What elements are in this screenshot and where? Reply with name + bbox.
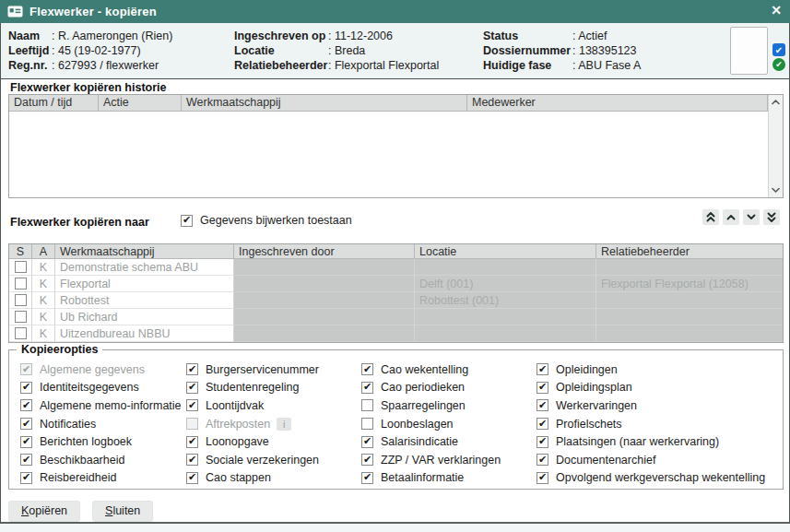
checkbox[interactable] <box>536 472 548 484</box>
copy-button[interactable]: Kopiëren <box>8 501 80 522</box>
checkbox[interactable] <box>20 418 32 430</box>
option-notificaties[interactable]: Notificaties <box>20 415 182 433</box>
copy-history-table: Datum / tijd Actie Werkmaatschappij Mede… <box>8 94 784 198</box>
table-row-ub-richard[interactable]: K Ub Richard <box>9 309 783 325</box>
checkbox[interactable] <box>536 382 548 394</box>
option-label: Cao stappen <box>206 471 271 484</box>
option-opleidingsplan[interactable]: Opleidingsplan <box>536 379 765 397</box>
select-checkbox[interactable] <box>15 294 27 306</box>
checkbox[interactable] <box>361 382 373 394</box>
field-value: Actief <box>572 30 607 42</box>
option-label: Opleidingsplan <box>556 381 632 394</box>
checkbox[interactable] <box>186 472 198 484</box>
column-header-actie[interactable]: Actie <box>99 95 182 112</box>
field-label: Leeftijd <box>8 44 52 57</box>
checkbox[interactable] <box>186 382 198 394</box>
checkbox[interactable] <box>186 363 198 375</box>
titlebar: Flexwerker - kopiëren ✕ <box>0 0 790 23</box>
option-spaarregelingen[interactable]: Spaarregelingen <box>361 396 501 415</box>
move-bottom-button[interactable] <box>763 209 780 225</box>
option-salarisindicatie[interactable]: Salarisindicatie <box>361 432 501 451</box>
option-identiteitsgegevens[interactable]: Identiteitsgegevens <box>20 379 182 397</box>
option-loontijdvak[interactable]: Loontijdvak <box>186 396 319 415</box>
checkbox[interactable] <box>361 363 373 375</box>
column-header-werkmaatschappij[interactable]: Werkmaatschappij <box>182 95 467 112</box>
checkbox[interactable] <box>20 454 32 466</box>
move-top-button[interactable] <box>702 209 719 225</box>
checkbox[interactable] <box>361 399 373 411</box>
table-row-robottest[interactable]: K Robottest Robottest (001) <box>9 292 783 309</box>
select-checkbox[interactable] <box>15 278 27 290</box>
option-plaatsingen[interactable]: Plaatsingen (naar werkervaring) <box>536 432 765 451</box>
option-loonopgave[interactable]: Loonopgave <box>186 432 319 451</box>
option-documentenarchief[interactable]: Documentenarchief <box>536 451 765 469</box>
checkbox[interactable] <box>20 472 32 484</box>
copy-history-header-row: Datum / tijd Actie Werkmaatschappij Mede… <box>9 95 783 112</box>
info-icon[interactable]: i <box>277 418 291 431</box>
allow-update-option[interactable]: Gegevens bijwerken toestaan <box>181 214 352 227</box>
option-profielschets[interactable]: Profielschets <box>536 415 765 433</box>
column-header-relatiebeheerder[interactable]: Relatiebeheerder <box>596 244 783 259</box>
checkbox[interactable] <box>361 472 373 484</box>
option-label: Cao wekentelling <box>381 363 468 376</box>
option-cao-wekentelling[interactable]: Cao wekentelling <box>361 361 501 379</box>
checkbox[interactable] <box>20 399 32 411</box>
checkbox[interactable] <box>536 454 548 466</box>
history-scrollbar[interactable] <box>768 95 783 197</box>
move-up-button[interactable] <box>723 209 739 225</box>
checkbox[interactable] <box>186 436 198 448</box>
column-header-locatie[interactable]: Locatie <box>415 244 596 259</box>
option-aftrekposten[interactable]: Aftrekposteni <box>186 415 319 433</box>
table-row-flexportal[interactable]: K Flexportal Delft (001) Flexportal Flex… <box>9 276 783 292</box>
option-beschikbaarheid[interactable]: Beschikbaarheid <box>20 451 182 469</box>
checkbox[interactable] <box>361 418 373 430</box>
close-button[interactable]: Sluiten <box>92 501 153 522</box>
option-studentenregeling[interactable]: Studentenregeling <box>186 379 319 397</box>
option-opvolgend-werkgeverschap[interactable]: Opvolgend werkgeverschap wekentelling <box>536 469 765 488</box>
flexworker-copy-dialog: Flexwerker - kopiëren ✕ NaamR. Aameronge… <box>0 0 790 524</box>
checkbox[interactable] <box>20 363 32 375</box>
move-down-button[interactable] <box>743 209 760 225</box>
select-checkbox[interactable] <box>15 311 27 323</box>
checkbox[interactable] <box>186 399 198 411</box>
option-algemene-memo-informatie[interactable]: Algemene memo-informatie <box>20 396 182 415</box>
checkbox[interactable] <box>536 436 548 448</box>
option-sociale-verzekeringen[interactable]: Sociale verzekeringen <box>186 451 319 469</box>
checkbox[interactable] <box>536 399 548 411</box>
checkbox[interactable] <box>536 418 548 430</box>
select-checkbox[interactable] <box>15 327 27 339</box>
close-icon[interactable]: ✕ <box>771 3 782 18</box>
checkbox[interactable] <box>20 382 32 394</box>
checkbox[interactable] <box>361 436 373 448</box>
option-opleidingen[interactable]: Opleidingen <box>536 361 765 379</box>
option-algemene-gegevens[interactable]: Algemene gegevens <box>20 361 182 379</box>
column-header-ingeschreven-door[interactable]: Ingeschreven door <box>234 244 415 259</box>
option-burgerservicenummer[interactable]: Burgerservicenummer <box>186 361 319 379</box>
option-betaalinformatie[interactable]: Betaalinformatie <box>361 469 501 488</box>
allow-update-checkbox[interactable] <box>181 215 193 227</box>
a-cell: K <box>32 292 55 309</box>
option-werkervaringen[interactable]: Werkervaringen <box>536 396 765 415</box>
select-checkbox[interactable] <box>15 261 27 273</box>
column-header-a[interactable]: A <box>32 244 55 259</box>
checkbox[interactable] <box>186 454 198 466</box>
table-row-uitzendbureau-nbbu[interactable]: K Uitzendbureau NBBU <box>9 325 783 342</box>
checkbox[interactable] <box>361 454 373 466</box>
option-loonbeslagen[interactable]: Loonbeslagen <box>361 415 501 433</box>
option-reisbereidheid[interactable]: Reisbereidheid <box>20 469 182 488</box>
option-cao-periodieken[interactable]: Cao periodieken <box>361 379 501 397</box>
option-cao-stappen[interactable]: Cao stappen <box>186 469 319 488</box>
column-header-werkmaatschappij[interactable]: Werkmaatschappij <box>55 244 234 259</box>
scroll-up-arrow-icon[interactable] <box>769 95 783 110</box>
a-cell: K <box>32 276 55 292</box>
checkbox[interactable] <box>20 436 32 448</box>
option-zzp-var-verklaringen[interactable]: ZZP / VAR verklaringen <box>361 451 501 469</box>
column-header-s[interactable]: S <box>9 244 32 259</box>
checkbox[interactable] <box>186 418 198 430</box>
column-header-datum-tijd[interactable]: Datum / tijd <box>9 95 99 112</box>
table-row-demonstratie-schema-abu[interactable]: K Demonstratie schema ABU <box>9 259 783 276</box>
option-berichten-logboek[interactable]: Berichten logboek <box>20 432 182 451</box>
column-header-medewerker[interactable]: Medewerker <box>467 95 768 112</box>
scroll-down-arrow-icon[interactable] <box>769 183 783 197</box>
checkbox[interactable] <box>536 363 548 375</box>
